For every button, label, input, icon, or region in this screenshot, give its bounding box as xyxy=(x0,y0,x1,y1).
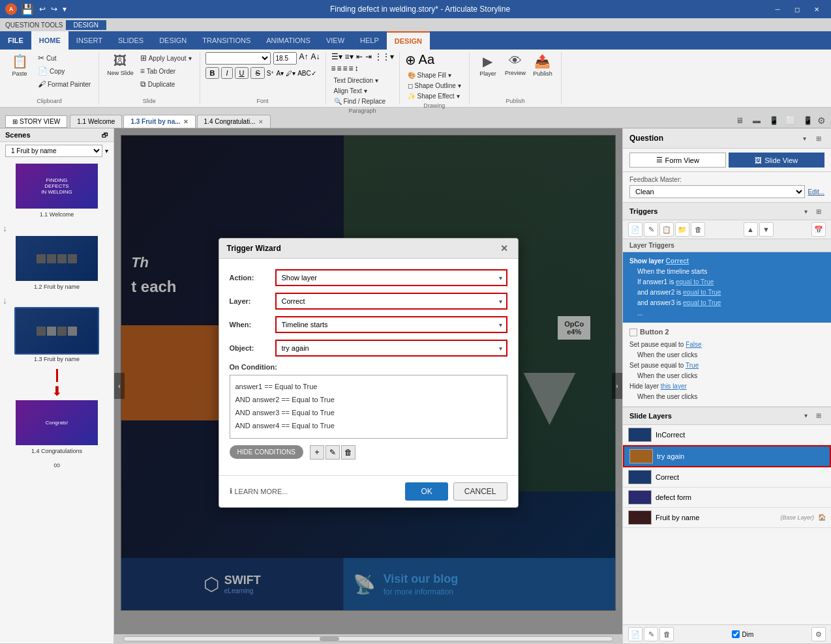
ok-button[interactable]: OK xyxy=(405,482,447,501)
apply-layout-button[interactable]: ⊞Apply Layout ▾ xyxy=(138,52,194,64)
shape-effect-button[interactable]: ✨Shape Effect ▾ xyxy=(405,91,464,101)
increase-font-btn[interactable]: A↑ xyxy=(299,52,309,65)
triggers-collapse-btn[interactable]: ▾ xyxy=(800,205,811,217)
close-fruit-tab[interactable]: ✕ xyxy=(183,119,189,125)
text-direction-button[interactable]: Text Direction ▾ xyxy=(331,76,388,85)
player-button[interactable]: ▶ Player xyxy=(475,52,501,78)
preview-button[interactable]: 👁 Preview xyxy=(502,52,528,78)
line-spacing-btn[interactable]: ↕ xyxy=(355,64,359,73)
minimize-btn[interactable]: ─ xyxy=(768,3,787,16)
settings-btn[interactable]: ⚙ xyxy=(817,115,826,126)
trigger-copy-btn[interactable]: 📋 xyxy=(659,222,674,237)
font-color-btn[interactable]: A▾ xyxy=(276,70,284,77)
tab-insert[interactable]: INSERT xyxy=(68,31,110,50)
scene-select[interactable]: 1 Fruit by name xyxy=(5,145,102,157)
columns-btn[interactable]: ⋮⋮▾ xyxy=(374,52,394,61)
form-view-btn[interactable]: ☰ Form View xyxy=(629,153,726,168)
publish-button[interactable]: 📤 Publish xyxy=(530,52,556,78)
tab-transitions[interactable]: TRANSITIONS xyxy=(194,31,258,50)
tab-home[interactable]: HOME xyxy=(31,31,68,50)
triggers-header[interactable]: Triggers ▾ ⊞ xyxy=(623,203,831,220)
feedback-edit-btn[interactable]: Edit... xyxy=(808,188,824,196)
when-select[interactable]: Timeline starts User clicks xyxy=(277,317,506,332)
layer-edit-btn[interactable]: ✎ xyxy=(644,627,658,641)
feedback-master-select[interactable]: Clean xyxy=(629,185,805,198)
align-right-btn[interactable]: ≡ xyxy=(343,64,348,73)
bullet-list-btn[interactable]: ☰▾ xyxy=(331,52,342,61)
slide-layers-header[interactable]: Slide Layers ▾ ⊞ xyxy=(623,407,831,425)
restore-btn[interactable]: ◻ xyxy=(788,3,806,16)
cut-button[interactable]: ✂Cut xyxy=(35,52,93,64)
indent-decrease-btn[interactable]: ⇤ xyxy=(356,52,363,61)
trigger-item-button2[interactable]: Button 2 Set pause equal to False When t… xyxy=(623,323,831,407)
align-center-btn[interactable]: ≡ xyxy=(337,64,342,73)
shape-fill-button[interactable]: 🎨Shape Fill ▾ xyxy=(405,70,464,80)
align-left-btn[interactable]: ≡ xyxy=(331,64,336,73)
tab-fruit-by-name[interactable]: 1.3 Fruit by na... ✕ xyxy=(123,115,195,128)
trigger-item-show-correct[interactable]: Show layer Correct When the timeline sta… xyxy=(623,252,831,323)
object-select[interactable]: try again Button 1 xyxy=(277,341,506,355)
font-size-input[interactable] xyxy=(273,52,297,65)
layer-item-defectform[interactable]: defect form xyxy=(623,488,831,508)
layer-item-tryagain[interactable]: try again xyxy=(623,445,831,467)
trigger-this-layer-link[interactable]: this layer xyxy=(661,383,687,390)
highlight-btn[interactable]: 🖊▾ xyxy=(286,70,295,77)
quick-styles-btn[interactable]: Aa xyxy=(419,52,434,68)
scene-dropdown-arrow[interactable]: ▾ xyxy=(105,147,108,154)
trigger-true-link[interactable]: True xyxy=(686,362,699,369)
trigger-false-link[interactable]: False xyxy=(686,341,701,348)
shape-outline-button[interactable]: ◻Shape Outline ▾ xyxy=(405,81,464,91)
trigger-answer3-link[interactable]: equal to True xyxy=(683,299,721,306)
layer-item-correct[interactable]: Correct xyxy=(623,467,831,488)
trigger-calendar-btn[interactable]: 📅 xyxy=(811,222,826,237)
view-window-btn[interactable]: ▬ xyxy=(749,113,764,128)
tab-order-button[interactable]: ≡Tab Order xyxy=(138,65,194,77)
view-tablet-btn[interactable]: 📱 xyxy=(766,113,781,128)
indent-increase-btn[interactable]: ⇥ xyxy=(365,52,372,61)
tab-animations[interactable]: ANIMATIONS xyxy=(258,31,318,50)
format-painter-button[interactable]: 🖌Format Painter xyxy=(35,78,93,90)
view-tablet2-btn[interactable]: ⬜ xyxy=(783,113,798,128)
tab-help[interactable]: HELP xyxy=(352,31,387,50)
quick-save-btn[interactable]: 💾 xyxy=(21,3,34,16)
tab-file[interactable]: FILE xyxy=(0,31,31,50)
scene-item-welcome[interactable]: FINDINGDEFECTSIN WELDING 1.1 Welcome xyxy=(3,162,111,218)
shadow-btn[interactable]: S⁺ xyxy=(267,70,275,77)
dim-checkbox[interactable] xyxy=(732,630,740,638)
scene-item-fruit1[interactable]: 1.2 Fruit by name xyxy=(3,235,111,290)
slide-layers-collapse-btn[interactable]: ▾ xyxy=(800,410,811,422)
decrease-font-btn[interactable]: A↓ xyxy=(311,52,320,65)
trigger-answer1-link[interactable]: equal to True xyxy=(676,278,714,285)
scene-item-congrats[interactable]: Congrats! 1.4 Congratulations xyxy=(3,399,111,454)
edit-condition-btn[interactable]: ✎ xyxy=(325,445,340,460)
trigger-answer2-link[interactable]: equal to True xyxy=(683,289,721,296)
underline-button[interactable]: U xyxy=(235,67,249,79)
duplicate-button[interactable]: ⧉Duplicate xyxy=(138,78,194,90)
view-mobile-btn[interactable]: 📱 xyxy=(800,113,815,128)
justify-btn[interactable]: ≡ xyxy=(349,64,354,73)
close-btn[interactable]: ✕ xyxy=(808,3,826,16)
story-view-btn[interactable]: ⊞ STORY VIEW xyxy=(5,115,67,128)
slide-view-btn[interactable]: 🖼 Slide View xyxy=(729,153,825,168)
layer-settings-btn[interactable]: ⚙ xyxy=(811,627,826,641)
view-desktop-btn[interactable]: 🖥 xyxy=(733,113,747,128)
hide-conditions-btn[interactable]: HIDE CONDITIONS xyxy=(230,445,303,459)
cancel-button[interactable]: CANCEL xyxy=(453,482,507,501)
trigger-up-btn[interactable]: ▲ xyxy=(744,222,758,237)
copy-button[interactable]: 📄Copy xyxy=(35,65,93,77)
layer-new-btn[interactable]: 📄 xyxy=(628,627,642,641)
trigger-edit-btn[interactable]: ✎ xyxy=(644,222,658,237)
add-condition-btn[interactable]: + xyxy=(310,445,324,460)
trigger-delete-btn[interactable]: 🗑 xyxy=(691,222,705,237)
layer-select[interactable]: Correct Incorrect try again xyxy=(277,294,506,308)
align-text-button[interactable]: Align Text ▾ xyxy=(331,86,388,96)
trigger-correct-link[interactable]: Correct xyxy=(666,257,689,265)
trigger-down-btn[interactable]: ▼ xyxy=(759,222,774,237)
triggers-popout-btn[interactable]: ⊞ xyxy=(813,205,824,217)
learn-more-btn[interactable]: ℹ LEARN MORE... xyxy=(230,487,288,495)
scene-item-fruit2[interactable]: 1.3 Fruit by name xyxy=(3,307,111,362)
tab-slides[interactable]: SLIDES xyxy=(110,31,151,50)
delete-condition-btn[interactable]: 🗑 xyxy=(341,445,355,460)
action-select[interactable]: Show layer Hide layer xyxy=(277,271,506,285)
scenes-collapse-btn[interactable]: 🗗 xyxy=(102,132,108,139)
